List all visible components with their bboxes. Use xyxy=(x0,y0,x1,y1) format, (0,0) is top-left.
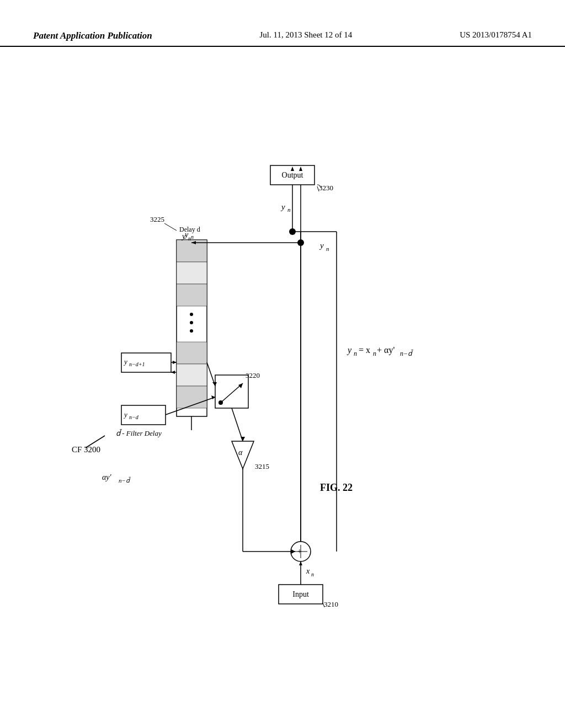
yn-label-top: y xyxy=(280,202,285,211)
ref-3230: 3230 xyxy=(319,184,333,192)
filter-delay-label: d̄ - Filter Delay xyxy=(116,429,162,437)
ref-3225: 3225 xyxy=(150,215,164,223)
svg-marker-21 xyxy=(173,361,177,364)
cf-label: CF 3200 xyxy=(72,445,100,454)
alpha-yn-sub: n−d̄ xyxy=(119,477,131,484)
alpha-label: α xyxy=(238,448,243,457)
xn-sub: n xyxy=(311,571,314,577)
yn-d-plus1-sub: n−d+1 xyxy=(129,361,145,367)
yn-d-plus1-label: y xyxy=(123,357,127,366)
svg-rect-13 xyxy=(177,342,207,364)
fig-label: FIG. 22 xyxy=(320,482,353,493)
svg-line-16 xyxy=(164,223,177,231)
yn-d-sub: n−d xyxy=(129,414,139,420)
equation-plus: + αy' xyxy=(377,345,395,355)
alpha-block xyxy=(232,441,254,469)
svg-rect-14 xyxy=(177,364,207,386)
ref-3215: 3215 xyxy=(255,462,269,470)
equation-yn-sub: n xyxy=(354,350,357,357)
plus-sign: + xyxy=(297,547,302,555)
yn-buffer-top-sub: n xyxy=(188,235,191,242)
svg-point-19 xyxy=(218,400,223,405)
publication-title: Patent Application Publication xyxy=(33,30,152,41)
equation-eq: = x xyxy=(359,345,370,355)
svg-marker-36 xyxy=(299,561,302,565)
svg-point-12 xyxy=(190,329,193,333)
ref-3210: 3210 xyxy=(324,600,338,608)
diagram-svg: CF 3200 Output 3230 y n y n y n = x n xyxy=(0,77,565,711)
yn-sub-top: n xyxy=(287,206,291,213)
page-header: Patent Application Publication Jul. 11, … xyxy=(0,30,565,47)
equation-yn: y xyxy=(347,345,352,355)
svg-rect-15 xyxy=(177,386,207,408)
svg-marker-41 xyxy=(299,167,302,171)
patent-page: Patent Application Publication Jul. 11, … xyxy=(0,0,565,728)
patent-number: US 2013/0178754 A1 xyxy=(460,30,532,40)
output-label: Output xyxy=(282,171,303,179)
equation-yndbar-sub: n−d̄ xyxy=(400,350,413,357)
yn-d-label: y xyxy=(123,410,127,419)
yn-sub-right: n xyxy=(326,245,329,252)
svg-marker-3 xyxy=(291,167,294,171)
svg-point-10 xyxy=(190,313,193,316)
svg-marker-26 xyxy=(211,395,215,399)
alpha-yn-label: αy' xyxy=(102,473,112,481)
svg-rect-7 xyxy=(177,240,207,262)
yn-buffer-sub: n xyxy=(191,234,194,240)
svg-marker-46 xyxy=(171,371,175,374)
sheet-info: Jul. 11, 2013 Sheet 12 of 14 xyxy=(260,30,353,40)
input-label: Input xyxy=(292,590,309,598)
yn-d-box xyxy=(121,405,166,425)
yn-right: y xyxy=(319,241,324,250)
svg-marker-28 xyxy=(241,437,245,441)
equation-xn-sub: n xyxy=(373,350,376,357)
svg-rect-9 xyxy=(177,284,207,306)
svg-point-11 xyxy=(190,321,193,324)
svg-rect-8 xyxy=(177,262,207,284)
yn-buffer-top: y xyxy=(181,232,186,240)
xn-label: x xyxy=(306,567,310,575)
svg-line-27 xyxy=(232,408,243,441)
ref-3220: 3220 xyxy=(246,371,260,379)
